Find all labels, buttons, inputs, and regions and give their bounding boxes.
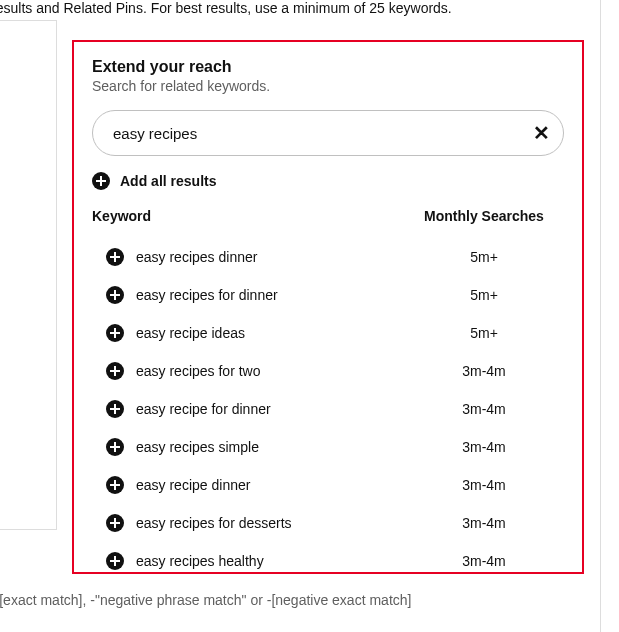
result-keyword: easy recipes for desserts [136, 515, 404, 531]
plus-icon [106, 362, 124, 380]
results-header: Keyword Monthly Searches [92, 208, 564, 224]
plus-icon [106, 286, 124, 304]
plus-icon [106, 438, 124, 456]
result-row: easy recipe ideas5m+ [92, 314, 564, 352]
panel-title: Extend your reach [92, 58, 564, 76]
result-searches: 5m+ [404, 249, 564, 265]
add-keyword-button[interactable] [92, 400, 136, 418]
result-searches: 3m-4m [404, 553, 564, 569]
result-row: easy recipes dinner5m+ [92, 238, 564, 276]
result-keyword: easy recipes simple [136, 439, 404, 455]
add-all-label: Add all results [120, 173, 216, 189]
result-searches: 5m+ [404, 325, 564, 341]
search-wrapper: ✕ [92, 110, 564, 156]
result-row: easy recipe for dinner3m-4m [92, 390, 564, 428]
plus-icon [106, 248, 124, 266]
result-keyword: easy recipes healthy [136, 553, 404, 569]
clear-icon[interactable]: ✕ [533, 123, 550, 143]
panel-subtitle: Search for related keywords. [92, 78, 564, 94]
result-searches: 3m-4m [404, 515, 564, 531]
result-keyword: easy recipe ideas [136, 325, 404, 341]
add-keyword-button[interactable] [92, 324, 136, 342]
result-row: easy recipes healthy3m-4m [92, 542, 564, 580]
add-keyword-button[interactable] [92, 438, 136, 456]
result-row: easy recipes simple3m-4m [92, 428, 564, 466]
header-searches: Monthly Searches [404, 208, 564, 224]
add-all-button[interactable]: Add all results [92, 172, 564, 190]
plus-icon [92, 172, 110, 190]
result-keyword: easy recipe for dinner [136, 401, 404, 417]
plus-icon [106, 514, 124, 532]
add-keyword-button[interactable] [92, 362, 136, 380]
result-searches: 3m-4m [404, 363, 564, 379]
result-searches: 5m+ [404, 287, 564, 303]
results-list: easy recipes dinner5m+easy recipes for d… [92, 238, 564, 580]
result-keyword: easy recipes dinner [136, 249, 404, 265]
result-searches: 3m-4m [404, 477, 564, 493]
plus-icon [106, 476, 124, 494]
result-row: easy recipes for two3m-4m [92, 352, 564, 390]
extend-reach-panel: Extend your reach Search for related key… [72, 40, 584, 574]
add-keyword-button[interactable] [92, 286, 136, 304]
plus-icon [106, 552, 124, 570]
result-searches: 3m-4m [404, 439, 564, 455]
result-searches: 3m-4m [404, 401, 564, 417]
result-row: easy recipes for desserts3m-4m [92, 504, 564, 542]
add-keyword-button[interactable] [92, 514, 136, 532]
add-keyword-button[interactable] [92, 552, 136, 570]
instruction-text: arch results and Related Pins. For best … [0, 0, 452, 16]
result-row: easy recipe dinner3m-4m [92, 466, 564, 504]
keyword-search-input[interactable] [92, 110, 564, 156]
result-row: easy recipes for dinner5m+ [92, 276, 564, 314]
result-keyword: easy recipes for dinner [136, 287, 404, 303]
add-keyword-button[interactable] [92, 476, 136, 494]
left-panel-fragment [0, 20, 57, 530]
add-keyword-button[interactable] [92, 248, 136, 266]
header-keyword: Keyword [92, 208, 404, 224]
result-keyword: easy recipe dinner [136, 477, 404, 493]
match-syntax-hint: atch", [exact match], -"negative phrase … [0, 592, 411, 608]
page-divider [600, 0, 601, 632]
result-keyword: easy recipes for two [136, 363, 404, 379]
plus-icon [106, 400, 124, 418]
plus-icon [106, 324, 124, 342]
